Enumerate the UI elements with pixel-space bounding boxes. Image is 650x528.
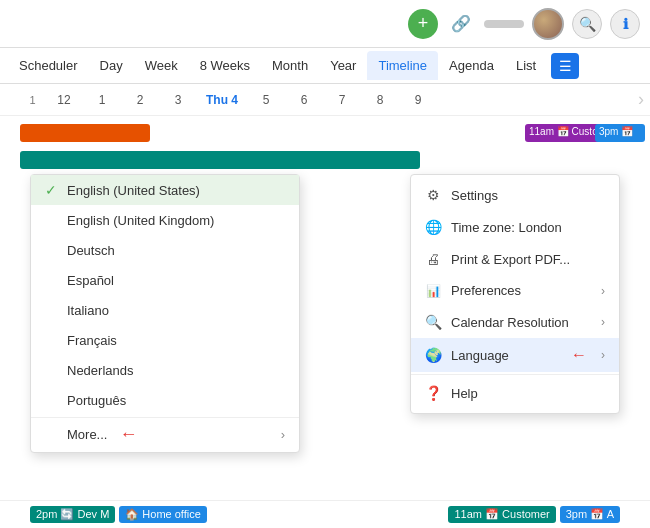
language-icon: 🌍 (425, 347, 441, 363)
date-5: 5 (247, 84, 285, 116)
lang-label: Español (67, 273, 114, 288)
avatar[interactable] (532, 8, 564, 40)
menu-language-label: Language (451, 348, 559, 363)
spacer (484, 20, 524, 28)
menu-calendar-res-label: Calendar Resolution (451, 315, 591, 330)
search-icon: 🔍 (579, 16, 596, 32)
calendar-area: 1 12 1 2 3 Thu 4 5 6 7 8 9 › 11am 📅 Cust… (0, 84, 650, 528)
main-dropdown-menu: ⚙ Settings 🌐 Time zone: London 🖨 Print &… (410, 174, 620, 414)
menu-item-settings[interactable]: ⚙ Settings (411, 179, 619, 211)
tab-week[interactable]: Week (134, 51, 189, 80)
check-icon: ✓ (45, 182, 59, 198)
tab-list[interactable]: List (505, 51, 547, 80)
tab-agenda[interactable]: Agenda (438, 51, 505, 80)
menu-help-label: Help (451, 386, 605, 401)
date-12: 12 (45, 84, 83, 116)
bottom-event-bar: 2pm 🔄 Dev M 🏠 Home office 11am 📅 Custome… (0, 500, 650, 528)
menu-settings-label: Settings (451, 188, 605, 203)
tab-8weeks[interactable]: 8 Weeks (189, 51, 261, 80)
red-arrow-left-icon: ← (119, 424, 137, 445)
preferences-icon: 📊 (425, 284, 441, 298)
event-dev-m[interactable]: 2pm 🔄 Dev M (30, 506, 115, 523)
link-button[interactable]: 🔗 (446, 9, 476, 39)
menu-item-timezone[interactable]: 🌐 Time zone: London (411, 211, 619, 243)
lang-label: Português (67, 393, 126, 408)
tab-month[interactable]: Month (261, 51, 319, 80)
search-button[interactable]: 🔍 (572, 9, 602, 39)
menu-item-calendar-resolution[interactable]: 🔍 Calendar Resolution › (411, 306, 619, 338)
event-customer-right2[interactable]: 3pm 📅 A (560, 506, 620, 523)
menu-item-print[interactable]: 🖨 Print & Export PDF... (411, 243, 619, 275)
scroll-right[interactable]: › (638, 89, 650, 110)
lang-label: Italiano (67, 303, 109, 318)
info-button[interactable]: ℹ (610, 9, 640, 39)
chevron-right-icon: › (281, 427, 285, 442)
more-label: More... (67, 427, 107, 442)
tab-year[interactable]: Year (319, 51, 367, 80)
tab-timeline[interactable]: Timeline (367, 51, 438, 80)
hamburger-button[interactable]: ☰ (551, 53, 579, 79)
menu-item-help[interactable]: ❓ Help (411, 377, 619, 409)
info-icon: ℹ (623, 16, 628, 32)
date-9: 9 (399, 84, 437, 116)
event-home-office[interactable]: 🏠 Home office (119, 506, 207, 523)
date-header-row: 1 12 1 2 3 Thu 4 5 6 7 8 9 › (0, 84, 650, 116)
menu-item-language[interactable]: 🌍 Language ← › (411, 338, 619, 372)
date-4-today: Thu 4 (197, 84, 247, 116)
settings-icon: ⚙ (425, 187, 441, 203)
event-orange-bar[interactable] (20, 124, 150, 142)
help-icon: ❓ (425, 385, 441, 401)
date-3: 3 (159, 84, 197, 116)
date-6: 6 (285, 84, 323, 116)
event-customer-right1[interactable]: 11am 📅 Customer (448, 506, 555, 523)
topbar: + 🔗 🔍 ℹ (0, 0, 650, 48)
language-submenu: ✓ English (United States) ✓ English (Uni… (30, 174, 300, 453)
lang-item-english-us[interactable]: ✓ English (United States) (31, 175, 299, 205)
nav-tabs: Scheduler Day Week 8 Weeks Month Year Ti… (0, 48, 650, 84)
event-blue-bar[interactable]: 3pm 📅 (595, 124, 645, 142)
week-num: 1 (20, 94, 45, 106)
lang-item-nederlands[interactable]: ✓ Nederlands (31, 355, 299, 385)
chevron-right-icon3: › (601, 348, 605, 362)
red-arrow-left-icon2: ← (571, 346, 587, 364)
date-1: 1 (83, 84, 121, 116)
date-7: 7 (323, 84, 361, 116)
hamburger-icon: ☰ (559, 58, 572, 74)
add-button[interactable]: + (408, 9, 438, 39)
menu-divider (411, 374, 619, 375)
lang-item-portugues[interactable]: ✓ Português (31, 385, 299, 415)
menu-preferences-label: Preferences (451, 283, 591, 298)
lang-item-italiano[interactable]: ✓ Italiano (31, 295, 299, 325)
chevron-right-icon: › (601, 284, 605, 298)
lang-item-francais[interactable]: ✓ Français (31, 325, 299, 355)
print-icon: 🖨 (425, 251, 441, 267)
globe-icon: 🌐 (425, 219, 441, 235)
check-placeholder: ✓ (45, 212, 59, 228)
lang-item-espanol[interactable]: ✓ Español (31, 265, 299, 295)
date-2: 2 (121, 84, 159, 116)
lang-label: English (United Kingdom) (67, 213, 214, 228)
lang-label: English (United States) (67, 183, 200, 198)
date-8: 8 (361, 84, 399, 116)
menu-timezone-label: Time zone: London (451, 220, 605, 235)
menu-print-label: Print & Export PDF... (451, 252, 605, 267)
lang-label: Deutsch (67, 243, 115, 258)
lang-item-english-uk[interactable]: ✓ English (United Kingdom) (31, 205, 299, 235)
lang-item-deutsch[interactable]: ✓ Deutsch (31, 235, 299, 265)
lang-item-more[interactable]: ✓ More... ← › (31, 417, 299, 452)
lang-label: Français (67, 333, 117, 348)
lang-label: Nederlands (67, 363, 134, 378)
calendar-resolution-icon: 🔍 (425, 314, 441, 330)
chevron-right-icon2: › (601, 315, 605, 329)
tab-day[interactable]: Day (89, 51, 134, 80)
event-teal-bar[interactable] (20, 151, 420, 169)
menu-item-preferences[interactable]: 📊 Preferences › (411, 275, 619, 306)
tab-scheduler[interactable]: Scheduler (8, 51, 89, 80)
